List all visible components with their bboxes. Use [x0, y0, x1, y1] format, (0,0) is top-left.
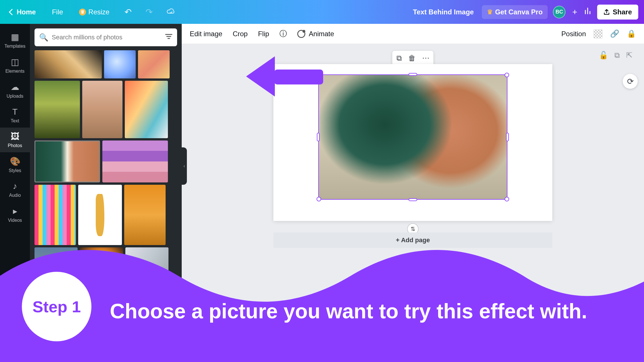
resize-handle-l[interactable]	[317, 133, 320, 141]
search-input[interactable]	[52, 34, 162, 41]
share-label: Share	[613, 8, 632, 16]
rail-photos-label: Photos	[8, 143, 22, 148]
home-label: Home	[17, 8, 36, 16]
redo-button[interactable]: ↷	[143, 4, 156, 20]
rail-text-label: Text	[11, 118, 19, 123]
topbar-right: Text Behind Image ♛ Get Canva Pro BC + S…	[413, 5, 638, 20]
zoom-slider[interactable]	[518, 277, 523, 283]
rail-styles-label: Styles	[9, 168, 21, 173]
crown-icon: ♛	[487, 8, 493, 16]
crown-badge-icon: ♛	[79, 9, 86, 16]
photo-thumbnail[interactable]	[80, 247, 123, 282]
rail-photos[interactable]: 🖼 Photos	[0, 128, 30, 152]
uploads-icon: ☁	[0, 82, 30, 92]
page-lock-icon[interactable]: 🔓	[599, 51, 608, 60]
selection-toolbar: ⧉ 🗑 ⋯	[392, 51, 434, 66]
share-button[interactable]: Share	[597, 5, 638, 20]
photo-thumbnail[interactable]	[104, 50, 136, 78]
add-page-button[interactable]: + Add page	[273, 232, 552, 248]
filter-icon[interactable]	[165, 33, 172, 41]
trash-icon[interactable]: 🗑	[408, 54, 416, 63]
chevron-left-icon	[9, 9, 16, 15]
rail-videos[interactable]: ▸ Videos	[0, 202, 30, 227]
rail-templates[interactable]: ▦ Templates	[0, 28, 30, 53]
resize-handle-t[interactable]	[409, 73, 417, 76]
resize-handle-b[interactable]	[409, 198, 417, 201]
new-page-icon[interactable]: ⇱	[626, 51, 632, 60]
edit-image-button[interactable]: Edit image	[190, 30, 222, 38]
home-button[interactable]: Home	[6, 5, 40, 19]
photo-thumbnail[interactable]	[82, 81, 122, 138]
crop-button[interactable]: Crop	[233, 30, 248, 38]
user-avatar[interactable]: BC	[553, 6, 566, 18]
photo-thumbnail[interactable]	[34, 50, 102, 78]
get-pro-button[interactable]: ♛ Get Canva Pro	[482, 5, 548, 19]
insights-icon[interactable]	[584, 7, 592, 17]
photo-thumbnail[interactable]	[34, 81, 80, 138]
upload-icon	[603, 9, 610, 15]
collapse-panel-button[interactable]: ‹	[182, 147, 187, 185]
zoom-track	[474, 280, 529, 281]
step-badge: Step 1	[22, 272, 91, 341]
document-name[interactable]: Text Behind Image	[413, 8, 474, 16]
annotation-arrow	[246, 56, 323, 97]
context-toolbar: Edit image Crop Flip ⓘ Animate Position …	[182, 24, 644, 44]
rail-uploads[interactable]: ☁ Uploads	[0, 78, 30, 103]
rail-elements[interactable]: ◫ Elements	[0, 53, 30, 78]
photo-thumbnail[interactable]	[34, 185, 76, 245]
audio-icon: ♪	[0, 181, 30, 191]
flip-button[interactable]: Flip	[258, 30, 269, 38]
photo-thumbnail[interactable]	[102, 140, 168, 182]
context-toolbar-right: Position 🔗 🔒	[561, 29, 636, 38]
styles-icon: 🎨	[0, 156, 30, 166]
resize-handle-tr[interactable]	[505, 73, 509, 77]
topbar-left: Home File ♛ Resize ↶ ↷	[6, 4, 178, 20]
position-button[interactable]: Position	[561, 30, 586, 38]
rail-audio[interactable]: ♪ Audio	[0, 177, 30, 202]
duplicate-page-icon[interactable]: ⧉	[614, 51, 620, 60]
animate-button[interactable]: Animate	[297, 30, 334, 38]
step-label: Step 1	[32, 297, 81, 316]
photo-thumbnail[interactable]	[124, 185, 166, 245]
info-icon[interactable]: ⓘ	[279, 29, 287, 39]
search-icon: 🔍	[39, 33, 48, 42]
elements-icon: ◫	[0, 57, 30, 67]
arrow-head-icon	[246, 56, 275, 97]
file-menu[interactable]: File	[48, 5, 67, 19]
file-label: File	[52, 8, 63, 16]
cloud-sync-icon[interactable]	[164, 5, 178, 19]
photo-thumbnail[interactable]	[138, 50, 170, 78]
transparency-button[interactable]	[593, 29, 603, 38]
selected-image[interactable]	[318, 74, 507, 200]
refresh-button[interactable]: ⟳	[623, 74, 638, 89]
rail-audio-label: Audio	[9, 193, 21, 198]
link-icon[interactable]: 🔗	[610, 29, 619, 38]
get-pro-label: Get Canva Pro	[495, 8, 543, 16]
animate-label: Animate	[309, 30, 334, 38]
photo-thumbnail-selected[interactable]	[34, 140, 100, 182]
rail-styles[interactable]: 🎨 Styles	[0, 152, 30, 177]
rail-elements-label: Elements	[5, 69, 25, 74]
rail-text[interactable]: T Text	[0, 103, 30, 128]
resize-handle-r[interactable]	[506, 133, 509, 141]
animate-icon	[297, 30, 305, 38]
page-controls: 🔓 ⧉ ⇱	[599, 51, 632, 60]
resize-handle-bl[interactable]	[317, 197, 321, 201]
add-collaborator-button[interactable]: +	[571, 8, 579, 16]
top-menu-bar: Home File ♛ Resize ↶ ↷ Text Behind Image…	[0, 0, 644, 24]
photos-icon: 🖼	[0, 132, 30, 141]
duplicate-icon[interactable]: ⧉	[396, 54, 402, 63]
rail-templates-label: Templates	[5, 44, 26, 49]
rail-uploads-label: Uploads	[7, 94, 24, 99]
resize-handle-br[interactable]	[505, 197, 509, 201]
photo-thumbnail[interactable]	[78, 185, 122, 245]
templates-icon: ▦	[0, 32, 30, 42]
photo-thumbnail[interactable]	[125, 81, 168, 138]
lock-icon[interactable]: 🔒	[627, 29, 636, 38]
photo-thumbnail[interactable]	[125, 247, 168, 282]
undo-button[interactable]: ↶	[122, 4, 135, 20]
resize-button[interactable]: ♛ Resize	[75, 5, 113, 19]
text-icon: T	[0, 107, 30, 117]
more-icon[interactable]: ⋯	[422, 54, 430, 63]
step-instruction: Choose a picture you want to try this ef…	[110, 299, 587, 323]
